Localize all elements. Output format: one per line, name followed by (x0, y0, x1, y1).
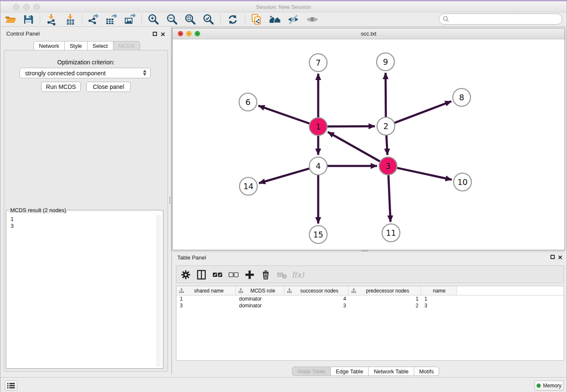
graph-node-6[interactable]: 6 (239, 93, 257, 111)
network-home-icon[interactable] (267, 13, 283, 26)
tab-select[interactable]: Select (88, 41, 113, 50)
graph-node-14[interactable]: 14 (239, 177, 257, 195)
graph-edge-1-6[interactable] (259, 106, 310, 124)
cell-mcds-role[interactable]: dominator (236, 295, 284, 302)
export-image-icon[interactable] (122, 13, 137, 26)
column-type-icon (238, 288, 243, 293)
refresh-layout-icon[interactable] (225, 13, 240, 26)
graph-node-8[interactable]: 8 (453, 88, 471, 106)
column-layout-icon[interactable] (195, 268, 208, 282)
graph-node-1[interactable]: 1 (309, 118, 327, 135)
cell-predecessor-nodes[interactable]: 1 (349, 295, 421, 302)
result-scrollbar[interactable] (157, 215, 161, 367)
graph-edge-2-8[interactable] (395, 101, 451, 123)
graph-edge-3-1[interactable] (328, 132, 380, 161)
column-header-name[interactable]: name (421, 286, 457, 295)
table-row[interactable]: 1 dominator 4 1 1 (176, 295, 564, 302)
memory-button-label: Memory (543, 383, 561, 389)
hide-eye-icon[interactable] (286, 13, 301, 26)
tab-network[interactable]: Network (33, 41, 65, 50)
graph-node-2[interactable]: 2 (377, 117, 395, 135)
tab-mcds[interactable]: MCDS (113, 41, 140, 50)
graph-node-15[interactable]: 15 (309, 226, 327, 243)
graph-node-10[interactable]: 10 (454, 173, 471, 191)
function-builder-icon[interactable]: f(x) (291, 268, 305, 282)
graph-edge-3-10[interactable] (397, 168, 452, 180)
select-all-columns-icon[interactable] (211, 268, 224, 282)
mcds-result-text[interactable]: 1 3 (7, 214, 162, 367)
network-window-titlebar[interactable]: ✕ − + scc.txt (173, 28, 564, 39)
criterion-select[interactable]: strongly connected component (19, 68, 151, 78)
graph-edge-2-9[interactable] (385, 73, 386, 117)
cell-name[interactable]: 1 (421, 295, 457, 302)
graph-edge-4-14[interactable] (259, 168, 309, 183)
table-panel-close-icon[interactable]: ✕ (558, 255, 563, 259)
column-header-predecessor-nodes[interactable]: predecessor nodes (349, 286, 421, 295)
window-titlebar: Session: New Session (0, 0, 567, 12)
svg-text:7: 7 (316, 58, 321, 67)
control-panel-close-icon[interactable]: ✕ (160, 32, 165, 36)
graph-edge-1-2[interactable] (328, 126, 375, 127)
column-header-shared-name[interactable]: shared name (176, 286, 236, 295)
svg-text:8: 8 (459, 93, 464, 102)
close-panel-button[interactable]: Close panel (86, 82, 131, 92)
cell-name[interactable]: 3 (421, 302, 457, 309)
cell-shared-name[interactable]: 1 (176, 295, 236, 302)
export-table-icon[interactable] (103, 13, 118, 26)
add-column-icon[interactable] (243, 268, 256, 282)
zoom-in-icon[interactable] (146, 13, 161, 26)
cell-successor-nodes[interactable]: 3 (284, 302, 349, 309)
tab-node-table[interactable]: Node Table (292, 367, 331, 376)
save-session-icon[interactable] (21, 13, 36, 26)
column-header-mcds-role[interactable]: MCDS role (236, 286, 284, 295)
table-panel-title: Table Panel (177, 254, 206, 261)
toolbar-separator (82, 14, 83, 25)
tab-style[interactable]: Style (65, 41, 88, 50)
table-settings-gear-icon[interactable] (179, 268, 193, 282)
control-panel-tabs: Network Style Select MCDS (33, 41, 140, 50)
graph-node-11[interactable]: 11 (382, 224, 400, 242)
search-icon (443, 16, 449, 22)
column-header-successor-nodes[interactable]: successor nodes (284, 286, 349, 295)
table-row[interactable]: 3 dominator 3 2 3 (176, 302, 564, 309)
cell-successor-nodes[interactable]: 4 (284, 295, 349, 302)
run-mcds-button[interactable]: Run MCDS (41, 82, 81, 92)
node-table-header: shared name MCDS role successor nodes pr… (176, 286, 564, 295)
deselect-all-columns-icon[interactable] (227, 268, 240, 282)
show-eye-icon[interactable] (305, 13, 320, 26)
graph-node-7[interactable]: 7 (309, 54, 327, 72)
network-graph[interactable]: 7968124314101511 (173, 39, 564, 250)
import-table-icon[interactable] (63, 13, 78, 26)
graph-node-3[interactable]: 3 (379, 157, 397, 175)
control-panel-float-icon[interactable] (153, 32, 157, 36)
tab-motifs[interactable]: Motifs (414, 367, 440, 376)
zoom-fit-icon[interactable] (183, 13, 198, 26)
graph-node-4[interactable]: 4 (309, 157, 327, 175)
optimization-criterion-label: Optimization criterion: (4, 59, 168, 66)
zoom-out-icon[interactable] (165, 13, 180, 26)
network-window-title: scc.txt (173, 30, 564, 37)
cell-mcds-role[interactable]: dominator (236, 302, 284, 309)
cyndex-icon[interactable] (249, 13, 264, 26)
memory-button[interactable]: Memory (534, 381, 564, 391)
control-panel-title: Control Panel (6, 30, 40, 37)
graph-node-9[interactable]: 9 (377, 53, 394, 71)
graph-edge-2-3[interactable] (386, 135, 387, 155)
delete-table-icon[interactable] (275, 268, 289, 282)
tab-network-table[interactable]: Network Table (369, 367, 414, 376)
graph-edge-3-11[interactable] (388, 175, 391, 222)
svg-text:10: 10 (457, 177, 468, 187)
search-field[interactable] (439, 14, 562, 25)
show-panels-list-icon[interactable] (5, 381, 17, 391)
export-network-icon[interactable] (85, 13, 100, 26)
cell-shared-name[interactable]: 3 (176, 302, 236, 309)
cell-predecessor-nodes[interactable]: 2 (349, 302, 421, 309)
table-panel-float-icon[interactable] (550, 255, 555, 259)
svg-text:9: 9 (383, 57, 388, 66)
open-file-icon[interactable] (3, 13, 18, 26)
search-input[interactable] (449, 16, 562, 22)
tab-edge-table[interactable]: Edge Table (331, 367, 369, 376)
import-network-icon[interactable] (44, 13, 59, 26)
zoom-selected-icon[interactable] (201, 13, 216, 26)
delete-column-icon[interactable] (259, 268, 272, 282)
